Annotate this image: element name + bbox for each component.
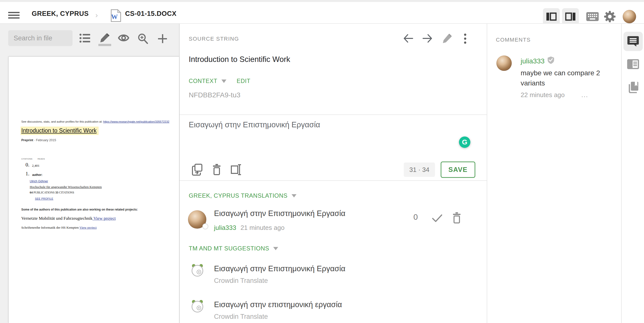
vote-count: 0: [414, 212, 418, 222]
doc-project-1-link[interactable]: View project: [92, 216, 116, 221]
doc-preprint-label: Preprint: [21, 138, 33, 142]
clear-translation-trash-icon[interactable]: [211, 164, 222, 176]
suggestion-source: Crowdin Translate: [214, 313, 268, 320]
source-string-text: Introduction to Scientific Work: [189, 55, 290, 64]
context-info-tab-button[interactable]: [624, 54, 643, 74]
grammarly-icon[interactable]: G: [459, 136, 470, 148]
translate-mode-pencil-icon[interactable]: [98, 33, 110, 44]
comment-more-menu[interactable]: ...: [581, 91, 588, 98]
preview-eye-icon[interactable]: [118, 33, 129, 44]
comment-text: maybe we can compare 2 variants: [521, 68, 606, 88]
dropdown-caret-icon: [292, 194, 296, 198]
doc-citations-value: 0.: [26, 162, 30, 168]
suggestion-source: Crowdin Translate: [214, 277, 268, 284]
svg-text:W: W: [111, 13, 118, 20]
next-string-icon[interactable]: [422, 34, 432, 44]
suggestions-header-label: TM AND MT SUGGESTIONS: [189, 245, 269, 252]
translations-section-header[interactable]: GREEK, CYPRUS TRANSLATIONS: [189, 192, 296, 199]
doc-publications-count: 64: [30, 191, 33, 194]
doc-citations-label2: CITATIONS: [58, 191, 74, 194]
doc-related-intro: Some of the authors of this publication …: [21, 208, 138, 211]
doc-preface-text: See discussions, stats, and author profi…: [21, 120, 103, 123]
doc-citations-count: 33: [55, 191, 58, 194]
doc-see-profile-link[interactable]: SEE PROFILE: [35, 197, 53, 200]
document-preview-page[interactable]: See discussions, stats, and author profi…: [8, 56, 179, 323]
divider: [180, 180, 487, 181]
approve-check-icon[interactable]: [432, 214, 443, 224]
toggle-right-panel-button[interactable]: [562, 8, 579, 25]
context-value: NFDBB2FA9-tu3: [189, 91, 240, 99]
divider: [180, 114, 487, 115]
search-input[interactable]: [8, 30, 72, 46]
glossary-tab-button[interactable]: [624, 78, 643, 97]
save-button[interactable]: SAVE: [441, 162, 475, 178]
doc-author-label: author:: [32, 173, 42, 176]
strings-list-icon[interactable]: [79, 33, 91, 44]
toggle-left-panel-button[interactable]: [543, 8, 560, 25]
context-label: CONTEXT: [189, 78, 218, 84]
zoom-in-icon[interactable]: [137, 33, 148, 44]
doc-preface-link[interactable]: https://www.researchgate.net/publication…: [103, 120, 170, 123]
dropdown-caret-icon: [222, 80, 226, 83]
zoom-out-plus-icon[interactable]: [157, 33, 168, 44]
breadcrumb-chevron-icon: ›: [95, 11, 98, 19]
verified-badge-icon: [548, 56, 554, 66]
doc-title[interactable]: Introduction to Scientific Work: [20, 126, 98, 135]
copy-source-icon[interactable]: [192, 164, 203, 176]
previous-string-icon[interactable]: [403, 34, 413, 44]
breadcrumb-file[interactable]: CS-01-15.DOCX: [125, 10, 176, 18]
delete-translation-trash-icon[interactable]: [451, 212, 462, 225]
edit-context-button[interactable]: EDIT: [237, 78, 251, 84]
doc-reads-label: READS: [38, 158, 45, 160]
comments-panel: COMMENTS julia333 maybe we can compare 2…: [487, 24, 621, 323]
translation-text[interactable]: Εισαγωγή στην Επιστημονική Εργασία: [214, 209, 346, 218]
active-tool-underline: [98, 44, 111, 46]
crowdin-translate-icon: [191, 300, 204, 314]
comments-tab-button[interactable]: [624, 32, 643, 51]
comment-author-avatar[interactable]: [496, 56, 512, 71]
top-bar: GREEK, CYPRUS › W CS-01-15.DOCX: [0, 2, 644, 24]
avatar-badge-icon: [202, 224, 208, 229]
doc-preprint-date: · February 2015: [33, 138, 56, 142]
suggestion-text[interactable]: Εισαγωγή στην Επιστημονική Εργασία: [214, 264, 346, 273]
doc-project-1-name: Vernetzte Mobilität und Fahrzeugtechnik: [21, 216, 92, 221]
comment-time: 22 minutes ago: [521, 91, 565, 98]
dropdown-caret-icon: [273, 247, 278, 250]
comment-author-link[interactable]: julia333: [521, 57, 545, 65]
translation-input[interactable]: Εισαγωγή στην Επιστημονική Εργασία: [189, 120, 436, 129]
crowdin-translate-icon: [191, 264, 204, 278]
source-string-header: SOURCE STRING: [189, 36, 239, 42]
translation-author-link[interactable]: julia333: [214, 224, 236, 231]
translation-time: 21 minutes ago: [240, 224, 284, 231]
doc-citations-label: CITATIONS: [21, 158, 32, 160]
translations-header-label: GREEK, CYPRUS TRANSLATIONS: [189, 192, 288, 199]
window-top-strip: [0, 0, 644, 2]
doc-project-2-link[interactable]: View project: [80, 226, 96, 229]
more-options-icon[interactable]: [464, 33, 467, 45]
doc-author-name-link[interactable]: Ulrich Göhner: [30, 180, 48, 183]
doc-author-index: 1.: [26, 171, 30, 177]
suggestion-text[interactable]: Εισαγωγή στην επιστημονική εργασία: [214, 300, 342, 309]
file-preview-panel: See discussions, stats, and author profi…: [0, 24, 180, 323]
text-selection-mode-icon[interactable]: [230, 164, 242, 176]
doc-project-2-name: Schriftenreihe Informatik der HS Kempten: [21, 226, 80, 229]
hamburger-menu-icon[interactable]: [8, 12, 20, 19]
user-avatar[interactable]: [623, 10, 636, 23]
word-document-icon: W: [111, 9, 121, 23]
edit-source-pencil-icon[interactable]: [442, 34, 452, 44]
comments-header: COMMENTS: [496, 37, 530, 43]
settings-gear-icon[interactable]: [602, 8, 618, 25]
right-sidebar: [621, 24, 644, 323]
suggestions-section-header[interactable]: TM AND MT SUGGESTIONS: [189, 245, 278, 252]
doc-author-affiliation: Hochschule für angewandte Wissenschaften…: [30, 185, 102, 189]
editor-panel: SOURCE STRING Introduction to Scientific…: [180, 24, 487, 323]
context-dropdown[interactable]: CONTEXT EDIT: [189, 78, 250, 84]
char-counter: 31 · 34: [404, 162, 435, 177]
breadcrumb-project[interactable]: GREEK, CYPRUS: [32, 10, 89, 18]
doc-reads-value: 2,401: [32, 164, 40, 168]
doc-publications-label: PUBLICATIONS: [33, 191, 55, 194]
keyboard-shortcuts-icon[interactable]: [584, 8, 601, 25]
